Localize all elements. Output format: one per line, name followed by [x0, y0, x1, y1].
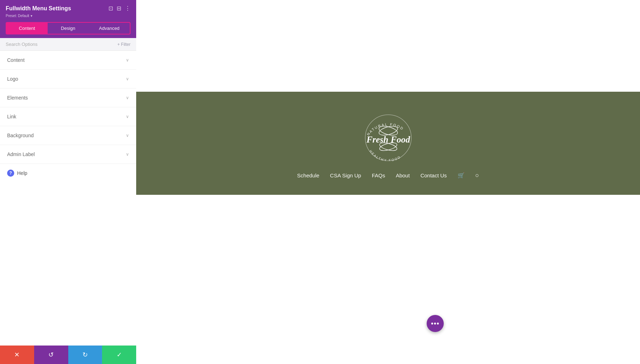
accordion-background-header[interactable]: Background ∨ — [0, 126, 136, 145]
close-icon: ✕ — [14, 351, 20, 359]
accordion-content: Content ∨ — [0, 51, 136, 70]
nav-item-faqs[interactable]: FAQs — [372, 172, 385, 178]
accordion-admin-label-header[interactable]: Admin Label ∨ — [0, 145, 136, 164]
accordion-background-label: Background — [7, 133, 34, 138]
panel-title: Fullwidth Menu Settings — [6, 5, 71, 12]
main-area: NATURAL FOOD Fresh Food HEALTHY FOOD — [136, 0, 640, 364]
accordion-content-header[interactable]: Content ∨ — [0, 51, 136, 69]
more-icon[interactable]: ⋮ — [125, 5, 130, 12]
main-top-space — [136, 0, 640, 92]
fab-button[interactable]: ••• — [427, 315, 444, 332]
chevron-content-icon: ∨ — [126, 58, 129, 63]
settings-panel: Fullwidth Menu Settings ⊡ ⊟ ⋮ Preset: De… — [0, 0, 136, 364]
accordion-admin-label-label: Admin Label — [7, 151, 35, 157]
hero-section: NATURAL FOOD Fresh Food HEALTHY FOOD — [136, 92, 640, 195]
accordion-logo-header[interactable]: Logo ∨ — [0, 70, 136, 88]
nav-item-contact[interactable]: Contact Us — [420, 172, 447, 178]
filter-button[interactable]: + Filter — [117, 42, 130, 47]
undo-icon: ↺ — [48, 351, 54, 359]
search-options-bar: Search Options + Filter — [0, 38, 136, 51]
tab-content[interactable]: Content — [6, 23, 48, 34]
bottom-toolbar: ✕ ↺ ↻ ✓ — [0, 346, 136, 364]
close-button[interactable]: ✕ — [0, 346, 34, 364]
preset-chevron: ▾ — [31, 14, 32, 18]
save-icon: ✓ — [117, 351, 122, 359]
search-icon[interactable]: ○ — [475, 172, 479, 179]
help-icon: ? — [7, 170, 14, 177]
help-label: Help — [17, 170, 27, 176]
accordion-admin-label: Admin Label ∨ — [0, 145, 136, 164]
layout-icon[interactable]: ⊟ — [117, 5, 121, 12]
preset-label: Preset: Default — [6, 14, 29, 18]
svg-text:NATURAL FOOD: NATURAL FOOD — [366, 122, 404, 136]
preset-selector[interactable]: Preset: Default ▾ — [6, 14, 130, 18]
accordion-elements-header[interactable]: Elements ∨ — [0, 89, 136, 107]
logo-area: NATURAL FOOD Fresh Food HEALTHY FOOD — [356, 111, 420, 161]
exit-icon[interactable]: ⊡ — [108, 5, 113, 12]
main-bottom-space — [136, 195, 640, 364]
chevron-admin-label-icon: ∨ — [126, 152, 129, 157]
accordion-elements-label: Elements — [7, 95, 28, 101]
panel-header: Fullwidth Menu Settings ⊡ ⊟ ⋮ Preset: De… — [0, 0, 136, 38]
nav-item-about[interactable]: About — [396, 172, 410, 178]
panel-tabs: Content Design Advanced — [6, 22, 130, 34]
accordion-logo-label: Logo — [7, 76, 18, 82]
accordion-content-label: Content — [7, 57, 25, 63]
chevron-elements-icon: ∨ — [126, 95, 129, 100]
help-section[interactable]: ? Help — [0, 164, 136, 182]
filter-label: + Filter — [117, 42, 130, 47]
chevron-link-icon: ∨ — [126, 114, 129, 119]
accordion-link-label: Link — [7, 114, 16, 119]
chevron-background-icon: ∨ — [126, 133, 129, 138]
nav-item-csa[interactable]: CSA Sign Up — [330, 172, 361, 178]
redo-button[interactable]: ↻ — [68, 346, 102, 364]
tab-design[interactable]: Design — [48, 23, 89, 34]
accordion-background: Background ∨ — [0, 126, 136, 145]
search-options-label: Search Options — [6, 42, 38, 47]
accordion-link: Link ∨ — [0, 107, 136, 126]
fab-dots: ••• — [431, 320, 439, 328]
redo-icon: ↻ — [82, 351, 88, 359]
accordion-logo: Logo ∨ — [0, 70, 136, 89]
accordion-elements: Elements ∨ — [0, 89, 136, 107]
chevron-logo-icon: ∨ — [126, 76, 129, 81]
cart-icon[interactable]: 🛒 — [458, 172, 465, 179]
tab-advanced[interactable]: Advanced — [89, 23, 130, 34]
svg-text:Fresh Food: Fresh Food — [366, 135, 410, 144]
accordion-link-header[interactable]: Link ∨ — [0, 107, 136, 126]
nav-menu: Schedule CSA Sign Up FAQs About Contact … — [297, 172, 479, 179]
nav-item-schedule[interactable]: Schedule — [297, 172, 320, 178]
panel-header-icons: ⊡ ⊟ ⋮ — [108, 5, 130, 12]
save-button[interactable]: ✓ — [102, 346, 136, 364]
undo-button[interactable]: ↺ — [34, 346, 68, 364]
accordion-list: Content ∨ Logo ∨ Elements ∨ Link ∨ B — [0, 51, 136, 346]
